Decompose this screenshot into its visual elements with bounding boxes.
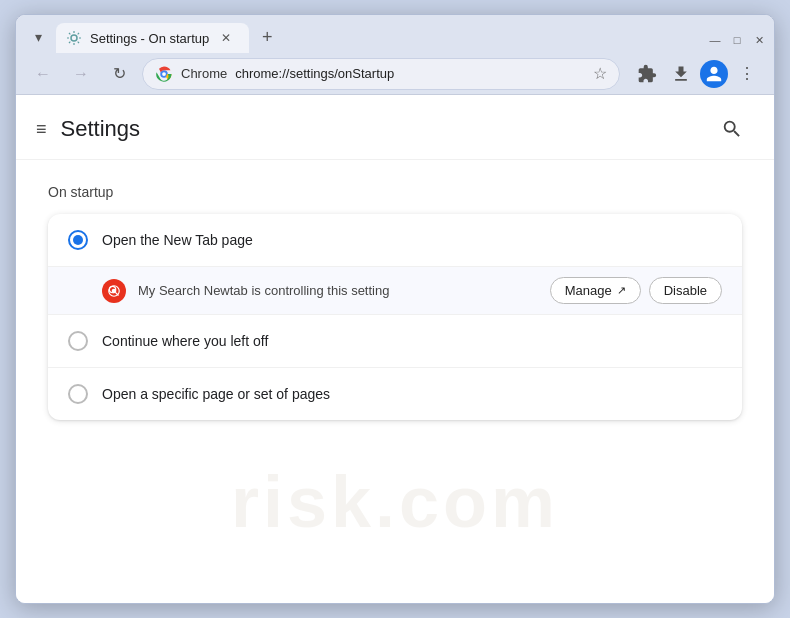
forward-button[interactable]: → — [66, 59, 96, 89]
chrome-logo-icon — [155, 65, 173, 83]
manage-button[interactable]: Manage ↗ — [550, 277, 641, 304]
svg-point-0 — [71, 35, 77, 41]
settings-content: On startup Open the New Tab page — [16, 160, 774, 444]
extension-text: My Search Newtab is controlling this set… — [138, 283, 538, 298]
browser-window: ▾ Settings - On startup ✕ + — □ ✕ ← → — [15, 14, 775, 604]
new-tab-button[interactable]: + — [253, 23, 281, 51]
external-link-icon: ↗ — [617, 284, 626, 297]
settings-header: ≡ Settings — [16, 95, 774, 160]
address-bar[interactable]: Chrome chrome://settings/onStartup ☆ — [142, 58, 620, 90]
downloads-button[interactable] — [666, 59, 696, 89]
menu-icon[interactable]: ≡ — [36, 119, 47, 140]
option-specific-label: Open a specific page or set of pages — [102, 386, 722, 402]
window-close-button[interactable]: ✕ — [752, 33, 766, 47]
menu-button[interactable]: ⋮ — [732, 59, 762, 89]
svg-point-4 — [162, 72, 166, 76]
settings-search-button[interactable] — [714, 111, 750, 147]
section-label: On startup — [48, 184, 742, 200]
extension-notification-row: My Search Newtab is controlling this set… — [48, 267, 742, 315]
content-area: ≡ Settings On startup Open the New Ta — [16, 95, 774, 603]
window-controls: — □ ✕ — [708, 33, 766, 47]
maximize-button[interactable]: □ — [730, 33, 744, 47]
extensions-button[interactable] — [632, 59, 662, 89]
tab-list-arrow[interactable]: ▾ — [24, 23, 52, 51]
nav-bar: ← → ↻ Chrome chrome://settings/onStartup… — [16, 53, 774, 95]
active-tab[interactable]: Settings - On startup ✕ — [56, 23, 249, 53]
title-bar: ▾ Settings - On startup ✕ + — □ ✕ — [16, 15, 774, 53]
settings-page-title: Settings — [61, 116, 141, 142]
radio-new-tab — [68, 230, 88, 250]
minimize-button[interactable]: — — [708, 33, 722, 47]
profile-button[interactable] — [700, 60, 728, 88]
tab-title: Settings - On startup — [90, 31, 209, 46]
options-card: Open the New Tab page My Search Newtab i… — [48, 214, 742, 420]
tab-close-button[interactable]: ✕ — [217, 29, 235, 47]
radio-continue — [68, 331, 88, 351]
content-wrapper: ≡ Settings On startup Open the New Ta — [16, 95, 774, 603]
tab-area: ▾ Settings - On startup ✕ + — [24, 23, 692, 53]
radio-inner-new-tab — [73, 235, 83, 245]
option-continue[interactable]: Continue where you left off — [48, 315, 742, 368]
nav-actions: ⋮ — [632, 59, 762, 89]
disable-button[interactable]: Disable — [649, 277, 722, 304]
settings-title-group: ≡ Settings — [36, 116, 140, 142]
option-continue-label: Continue where you left off — [102, 333, 722, 349]
extension-buttons: Manage ↗ Disable — [550, 277, 722, 304]
option-new-tab[interactable]: Open the New Tab page — [48, 214, 742, 267]
option-new-tab-label: Open the New Tab page — [102, 232, 722, 248]
bookmark-icon[interactable]: ☆ — [593, 64, 607, 83]
tab-favicon — [66, 30, 82, 46]
option-specific[interactable]: Open a specific page or set of pages — [48, 368, 742, 420]
reload-button[interactable]: ↻ — [104, 59, 134, 89]
back-button[interactable]: ← — [28, 59, 58, 89]
radio-specific — [68, 384, 88, 404]
watermark: risk.com — [231, 461, 559, 543]
browser-label: Chrome — [181, 66, 227, 81]
url-text: chrome://settings/onStartup — [235, 66, 585, 81]
extension-icon — [102, 279, 126, 303]
